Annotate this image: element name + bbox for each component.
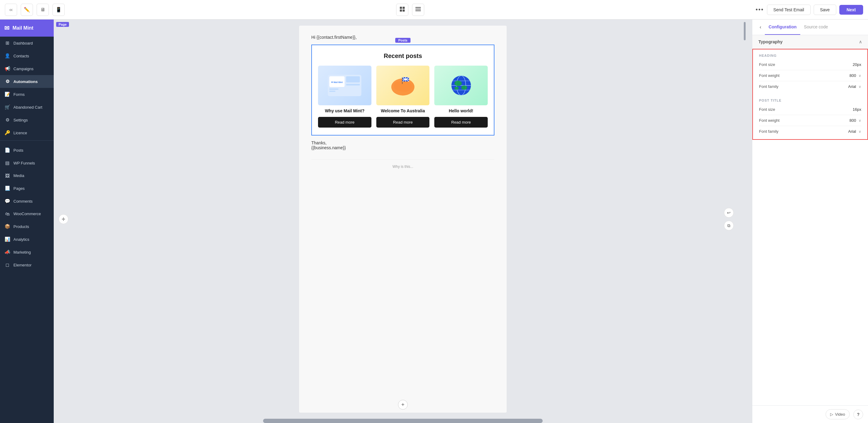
sidebar: ✉ Mail Mint ⊞ Dashboard 👤 Contacts 📢 Cam… [0,20,54,423]
heading-font-size-text: 20px [853,62,861,67]
layout-icon [400,6,405,13]
post-title-font-family-row[interactable]: Font family Arial ∨ [759,126,861,137]
email-body: Hi {{contact.firstName}}, Posts Recent p… [299,26,507,178]
post-image-3 [434,66,488,105]
post-title-font-family-value[interactable]: Arial ∨ [848,129,861,134]
licence-icon: 🔑 [4,130,10,135]
tab-configuration[interactable]: Configuration [765,20,800,35]
sidebar-item-label: Products [13,224,29,229]
abandoned-cart-icon: 🛒 [4,104,10,110]
post-title-font-weight-row[interactable]: Font weight 800 ∨ [759,115,861,126]
send-test-email-button[interactable]: Send Test Email [767,5,811,15]
svg-rect-14 [346,87,357,88]
campaigns-icon: 📢 [4,66,10,71]
typography-section-header[interactable]: Typography ∧ [752,35,868,49]
sidebar-item-licence[interactable]: 🔑 Licence [0,126,54,139]
desktop-button[interactable]: 🖥 [37,4,49,16]
add-element-button[interactable]: ✛ [59,214,68,224]
sidebar-item-label: Automations [13,79,37,84]
sidebar-item-media[interactable]: 🖼 Media [0,170,54,182]
horizontal-scrollbar-thumb[interactable] [263,419,542,423]
typography-section-label: Typography [758,39,782,44]
post-title-font-family-label: Font family [759,129,779,134]
email-thanks: Thanks, {{business.name}} [311,141,494,150]
horizontal-scrollbar[interactable] [54,419,752,423]
plus-icon: ✛ [62,217,65,221]
comments-icon: 💬 [4,199,10,204]
more-options-button[interactable]: ••• [756,6,764,13]
duplicate-button[interactable]: ⧉ [724,221,734,231]
right-panel-header: ‹ Configuration Source code [752,20,868,35]
heading-font-family-value[interactable]: Arial ∨ [848,84,861,89]
heading-font-weight-value[interactable]: 800 ∨ [849,73,861,78]
sidebar-wp-section: 📄 Posts ▤ WP Funnels 🖼 Media 📃 Pages 💬 C… [0,142,54,273]
add-block-icon: + [401,402,405,408]
svg-rect-0 [400,7,402,9]
save-button[interactable]: Save [814,5,836,15]
post-read-more-2[interactable]: Read more [376,117,430,127]
heading-font-family-text: Arial [848,84,856,89]
sidebar-item-posts[interactable]: 📄 Posts [0,144,54,157]
collapse-icon[interactable]: ∧ [859,39,862,44]
posts-block[interactable]: Recent posts ✉ Mail Mint [311,44,494,135]
post-title-2: Welcome To Australia [381,108,425,113]
sidebar-logo[interactable]: ✉ Mail Mint [0,20,54,37]
scrollbar-thumb[interactable] [744,22,746,40]
back-button[interactable]: ‹‹ [5,4,17,16]
tab-source-code[interactable]: Source code [800,20,832,35]
post-title-font-weight-chevron: ∨ [859,118,861,123]
video-button[interactable]: ▷ Video [826,409,850,419]
sidebar-item-comments[interactable]: 💬 Comments [0,195,54,208]
heading-font-size-row: Font size 20px [759,59,861,70]
sidebar-item-campaigns[interactable]: 📢 Campaigns [0,62,54,75]
automations-icon: ⚙ [4,79,10,84]
wp-funnels-icon: ▤ [4,160,10,166]
sidebar-item-label: Comments [13,199,33,204]
analytics-icon: 📊 [4,237,10,242]
sidebar-item-woocommerce[interactable]: 🛍 WooCommerce [0,208,54,220]
panel-footer: ▷ Video ? [752,405,868,423]
heading-font-weight-row[interactable]: Font weight 800 ∨ [759,70,861,81]
post-title-font-weight-value[interactable]: 800 ∨ [849,118,861,123]
sidebar-item-contacts[interactable]: 👤 Contacts [0,50,54,62]
email-frame: Hi {{contact.firstName}}, Posts Recent p… [299,26,507,413]
next-button[interactable]: Next [839,5,863,14]
undo-button[interactable]: ↩ [724,208,734,218]
duplicate-icon: ⧉ [727,223,730,228]
post-read-more-1[interactable]: Read more [318,117,371,127]
right-controls: ↩ ⧉ [724,208,734,231]
sidebar-item-abandoned-cart[interactable]: 🛒 Abandoned Cart [0,101,54,114]
help-button[interactable]: ? [854,410,863,419]
svg-rect-10 [329,89,338,90]
scrollbar-track[interactable] [743,20,746,419]
svg-point-28 [455,81,462,86]
dashboard-icon: ⊞ [4,40,10,46]
topbar-left: ‹‹ ✏️ 🖥 📱 [5,4,65,16]
sidebar-item-label: Settings [13,118,28,122]
post-read-more-3[interactable]: Read more [434,117,488,127]
sidebar-item-forms[interactable]: 📝 Forms [0,88,54,101]
video-label: Video [835,412,845,417]
add-block-button[interactable]: + [398,400,408,410]
sidebar-item-dashboard[interactable]: ⊞ Dashboard [0,37,54,50]
sidebar-item-analytics[interactable]: 📊 Analytics [0,233,54,246]
sidebar-item-label: Elementor [13,263,31,267]
sidebar-item-elementor[interactable]: ◻ Elementor [0,259,54,271]
mail-mint-preview-svg: ✉ Mail Mint [326,73,363,98]
svg-rect-11 [329,91,335,92]
post-title-font-weight-label: Font weight [759,118,779,123]
heading-font-family-row[interactable]: Font family Arial ∨ [759,81,861,92]
sidebar-item-automations[interactable]: ⚙ Automations [0,75,54,88]
panel-back-button[interactable]: ‹ [757,20,764,35]
pen-button[interactable]: ✏️ [21,4,33,16]
mobile-button[interactable]: 📱 [53,4,65,16]
sidebar-item-products[interactable]: 📦 Products [0,220,54,233]
list-icon-button[interactable] [412,4,424,16]
sidebar-item-settings[interactable]: ⚙ Settings [0,114,54,126]
topbar-center [396,4,424,16]
sidebar-item-marketing[interactable]: 📣 Marketing [0,246,54,259]
sidebar-item-wp-funnels[interactable]: ▤ WP Funnels [0,157,54,170]
sidebar-item-pages[interactable]: 📃 Pages [0,182,54,195]
layout-icon-button[interactable] [396,4,408,16]
sidebar-item-label: Media [13,173,24,178]
